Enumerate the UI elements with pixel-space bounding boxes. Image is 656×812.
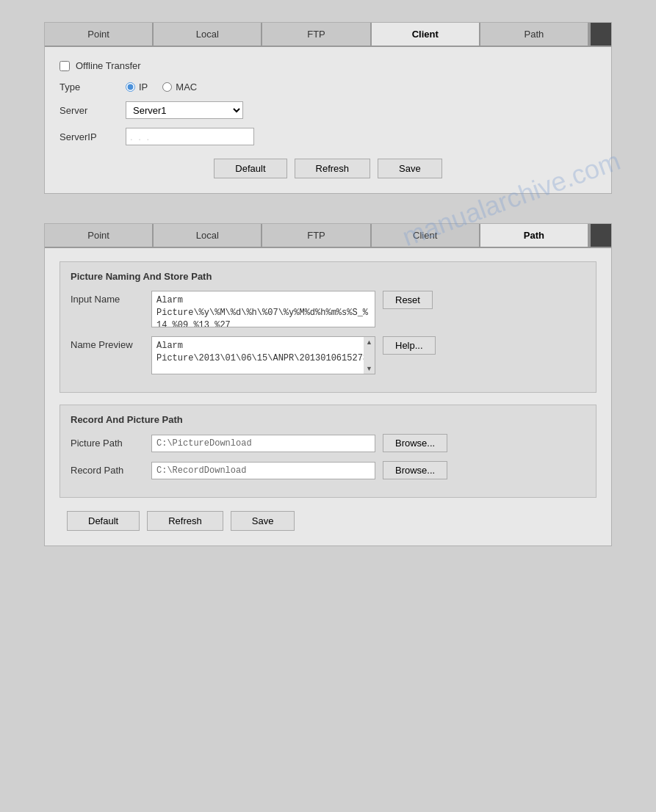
- panel2-default-button[interactable]: Default: [67, 511, 140, 531]
- picture-path-input[interactable]: [151, 435, 375, 452]
- server-select[interactable]: Server1 Server2 Server3: [126, 101, 243, 119]
- record-path-label: Record Path: [71, 465, 151, 476]
- picture-naming-section: Picture Naming And Store Path Input Name…: [60, 261, 596, 393]
- record-path-section: Record And Picture Path Picture Path Bro…: [60, 405, 596, 498]
- panel-client: Point Local FTP Client Path Offline Tran…: [44, 22, 612, 194]
- type-ip-text: IP: [139, 81, 148, 93]
- offline-transfer-row: Offline Transfer: [60, 60, 596, 71]
- panel-path: Point Local FTP Client Path Picture Nami…: [44, 223, 612, 546]
- tab-client-2[interactable]: Client: [372, 224, 480, 247]
- type-label: Type: [60, 81, 126, 93]
- tab-end-2: [589, 224, 611, 247]
- tab-point-2[interactable]: Point: [45, 224, 154, 247]
- tab-end-1: [589, 23, 611, 46]
- serverip-label: ServerIP: [60, 131, 126, 142]
- name-preview-text: Alarm Picture\2013\01\06\15\ANPR\2013010…: [156, 341, 375, 363]
- panel2-refresh-button[interactable]: Refresh: [147, 511, 223, 531]
- panel1-button-row: Default Refresh Save: [60, 159, 596, 178]
- offline-transfer-checkbox[interactable]: [60, 61, 70, 71]
- server-row: Server Server1 Server2 Server3: [60, 101, 596, 119]
- serverip-input[interactable]: [126, 128, 254, 145]
- type-mac-text: MAC: [176, 81, 197, 93]
- type-mac-label[interactable]: MAC: [162, 81, 197, 93]
- tab-path-2[interactable]: Path: [480, 224, 589, 247]
- panel1-save-button[interactable]: Save: [378, 159, 442, 178]
- tab-ftp-1[interactable]: FTP: [262, 23, 371, 46]
- help-button[interactable]: Help...: [383, 336, 436, 355]
- tab-local-1[interactable]: Local: [154, 23, 262, 46]
- browse-record-button[interactable]: Browse...: [383, 461, 447, 479]
- server-label: Server: [60, 105, 126, 116]
- input-name-textarea[interactable]: Alarm Picture\%y\%M\%d\%h\%07\%y%M%d%h%m…: [151, 291, 375, 327]
- scroll-down-arrow[interactable]: ▼: [364, 363, 374, 374]
- tab-ftp-2[interactable]: FTP: [262, 224, 371, 247]
- picture-naming-title: Picture Naming And Store Path: [71, 271, 585, 282]
- record-path-row: Record Path Browse...: [71, 461, 585, 479]
- type-mac-radio[interactable]: [162, 82, 172, 92]
- panel2-content: Picture Naming And Store Path Input Name…: [45, 248, 611, 545]
- reset-button[interactable]: Reset: [383, 291, 433, 309]
- tab-path-1[interactable]: Path: [480, 23, 589, 46]
- record-path-input[interactable]: [151, 462, 375, 479]
- picture-path-row: Picture Path Browse...: [71, 434, 585, 452]
- tab-point-1[interactable]: Point: [45, 23, 154, 46]
- input-name-label: Input Name: [71, 291, 151, 305]
- panel1-content: Offline Transfer Type IP MAC: [45, 47, 611, 193]
- tab-bar-1: Point Local FTP Client Path: [45, 23, 611, 47]
- type-radio-group: IP MAC: [126, 81, 197, 93]
- tab-bar-2: Point Local FTP Client Path: [45, 224, 611, 248]
- tab-local-2[interactable]: Local: [154, 224, 262, 247]
- name-preview-label: Name Preview: [71, 336, 151, 350]
- name-preview-box: Alarm Picture\2013\01\06\15\ANPR\2013010…: [151, 336, 375, 374]
- input-name-row: Input Name Alarm Picture\%y\%M\%d\%h\%07…: [71, 291, 585, 327]
- record-path-title: Record And Picture Path: [71, 414, 585, 425]
- serverip-row: ServerIP: [60, 128, 596, 145]
- name-preview-container: Alarm Picture\2013\01\06\15\ANPR\2013010…: [151, 336, 375, 374]
- browse-picture-button[interactable]: Browse...: [383, 434, 447, 452]
- scroll-up-arrow[interactable]: ▲: [364, 337, 374, 347]
- offline-transfer-label: Offline Transfer: [76, 60, 141, 71]
- name-preview-row: Name Preview Alarm Picture\2013\01\06\15…: [71, 336, 585, 374]
- tab-client-1[interactable]: Client: [372, 23, 480, 46]
- panel1-default-button[interactable]: Default: [214, 159, 286, 178]
- preview-scrollbar[interactable]: ▲ ▼: [364, 336, 375, 374]
- type-ip-label[interactable]: IP: [126, 81, 148, 93]
- panel2-save-button[interactable]: Save: [231, 511, 295, 531]
- picture-path-label: Picture Path: [71, 438, 151, 449]
- panel1-refresh-button[interactable]: Refresh: [295, 159, 371, 178]
- type-row: Type IP MAC: [60, 81, 596, 93]
- type-ip-radio[interactable]: [126, 82, 135, 92]
- panel2-button-row: Default Refresh Save: [60, 511, 596, 531]
